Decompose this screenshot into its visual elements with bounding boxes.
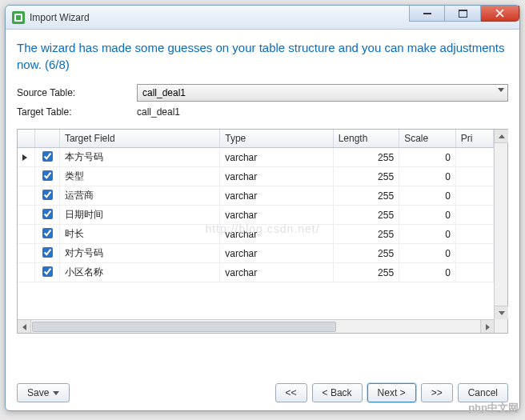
scroll-down-button[interactable] — [495, 306, 508, 319]
footer: Save << < Back Next > >> Cancel — [17, 375, 508, 402]
current-row-marker-icon — [22, 154, 27, 161]
target-table-value: call_deal1 — [137, 106, 180, 118]
field-grid: Target Field Type Length Scale Pri 本方号码v… — [17, 129, 508, 334]
col-length[interactable]: Length — [333, 130, 399, 148]
cancel-button[interactable]: Cancel — [458, 383, 508, 402]
cell-primary[interactable] — [455, 148, 493, 167]
cell-length[interactable]: 255 — [333, 206, 399, 225]
window-title: Import Wizard — [30, 12, 90, 23]
minimize-button[interactable] — [409, 6, 445, 22]
arrow-left-icon — [22, 324, 26, 330]
table-row[interactable]: 小区名称varchar2550 — [18, 263, 494, 282]
maximize-button[interactable] — [445, 6, 481, 22]
cell-primary[interactable] — [455, 263, 493, 282]
grid-scroll: Target Field Type Length Scale Pri 本方号码v… — [18, 130, 494, 333]
import-wizard-window: Import Wizard The wizard has made some g… — [5, 5, 520, 411]
cell-target-field[interactable]: 小区名称 — [59, 263, 219, 282]
source-table-select[interactable]: call_deal1 — [137, 84, 508, 102]
row-checkbox[interactable] — [42, 170, 53, 181]
row-checkbox[interactable] — [42, 209, 53, 219]
cell-target-field[interactable]: 对方号码 — [59, 244, 219, 263]
cell-type[interactable]: varchar — [220, 167, 333, 186]
row-checkbox[interactable] — [42, 151, 53, 162]
back-button[interactable]: < Back — [312, 383, 363, 402]
target-table-label: Target Table: — [17, 106, 137, 118]
chevron-down-icon — [498, 88, 504, 92]
cell-target-field[interactable]: 时长 — [59, 225, 219, 244]
source-table-row: Source Table: call_deal1 — [17, 84, 508, 102]
cell-scale[interactable]: 0 — [399, 206, 456, 225]
table-row[interactable]: 本方号码varchar2550 — [18, 148, 494, 167]
table-row[interactable]: 类型varchar2550 — [18, 167, 494, 186]
source-table-value: call_deal1 — [142, 87, 186, 98]
vertical-scrollbar[interactable] — [494, 130, 507, 333]
col-type[interactable]: Type — [220, 130, 333, 148]
last-button[interactable]: >> — [421, 383, 453, 402]
scroll-thumb[interactable] — [32, 322, 336, 332]
cell-scale[interactable]: 0 — [399, 167, 456, 186]
arrow-down-icon — [499, 311, 505, 315]
row-checkbox[interactable] — [42, 247, 53, 258]
cell-scale[interactable]: 0 — [399, 225, 456, 244]
cell-length[interactable]: 255 — [333, 167, 399, 186]
cell-scale[interactable]: 0 — [399, 263, 456, 282]
cell-primary[interactable] — [455, 225, 493, 244]
close-button[interactable] — [481, 6, 519, 22]
arrow-right-icon — [486, 324, 490, 330]
app-icon — [12, 11, 25, 24]
cell-type[interactable]: varchar — [220, 263, 333, 282]
row-checkbox[interactable] — [42, 228, 53, 238]
horizontal-scrollbar[interactable] — [18, 319, 494, 333]
cell-length[interactable]: 255 — [333, 148, 399, 167]
row-checkbox[interactable] — [42, 190, 53, 200]
row-checkbox[interactable] — [42, 266, 53, 277]
table-row[interactable]: 日期时间varchar2550 — [18, 206, 494, 225]
scroll-up-button[interactable] — [495, 130, 508, 143]
cell-type[interactable]: varchar — [220, 244, 333, 263]
cell-target-field[interactable]: 运营商 — [59, 186, 219, 206]
cell-type[interactable]: varchar — [220, 206, 333, 225]
cell-type[interactable]: varchar — [220, 186, 333, 206]
scroll-right-button[interactable] — [480, 320, 494, 333]
cell-scale[interactable]: 0 — [399, 148, 456, 167]
cell-primary[interactable] — [455, 244, 493, 263]
table-row[interactable]: 对方号码varchar2550 — [18, 244, 494, 263]
cell-length[interactable]: 255 — [333, 186, 399, 206]
col-target-field[interactable]: Target Field — [59, 130, 219, 148]
chevron-down-icon — [53, 391, 59, 395]
next-button[interactable]: Next > — [367, 383, 416, 402]
grid-header-row: Target Field Type Length Scale Pri — [18, 130, 494, 148]
target-table-row: Target Table: call_deal1 — [17, 106, 508, 118]
cell-target-field[interactable]: 类型 — [59, 167, 219, 186]
cell-target-field[interactable]: 日期时间 — [59, 206, 219, 225]
save-button[interactable]: Save — [17, 383, 70, 402]
col-primary[interactable]: Pri — [455, 130, 493, 148]
first-button[interactable]: << — [275, 383, 307, 402]
grid-table: Target Field Type Length Scale Pri 本方号码v… — [18, 130, 494, 282]
content-area: The wizard has made some guesses on your… — [6, 30, 519, 410]
titlebar: Import Wizard — [6, 6, 519, 30]
cell-scale[interactable]: 0 — [399, 186, 456, 206]
cell-type[interactable]: varchar — [220, 148, 333, 167]
arrow-up-icon — [499, 134, 505, 138]
col-scale[interactable]: Scale — [399, 130, 456, 148]
cell-length[interactable]: 255 — [333, 225, 399, 244]
save-button-label: Save — [27, 387, 49, 398]
table-row[interactable]: 运营商varchar2550 — [18, 186, 494, 206]
cell-primary[interactable] — [455, 186, 493, 206]
scroll-left-button[interactable] — [18, 320, 31, 333]
table-row[interactable]: 时长varchar2550 — [18, 225, 494, 244]
window-controls — [409, 6, 519, 22]
cell-length[interactable]: 255 — [333, 244, 399, 263]
wizard-heading: The wizard has made some guesses on your… — [17, 39, 508, 73]
close-icon — [495, 9, 504, 18]
col-check — [35, 130, 60, 148]
cell-primary[interactable] — [455, 206, 493, 225]
cell-scale[interactable]: 0 — [399, 244, 456, 263]
cell-primary[interactable] — [455, 167, 493, 186]
source-table-label: Source Table: — [17, 87, 137, 98]
cell-length[interactable]: 255 — [333, 263, 399, 282]
col-marker — [18, 130, 35, 148]
cell-target-field[interactable]: 本方号码 — [59, 148, 219, 167]
cell-type[interactable]: varchar — [220, 225, 333, 244]
